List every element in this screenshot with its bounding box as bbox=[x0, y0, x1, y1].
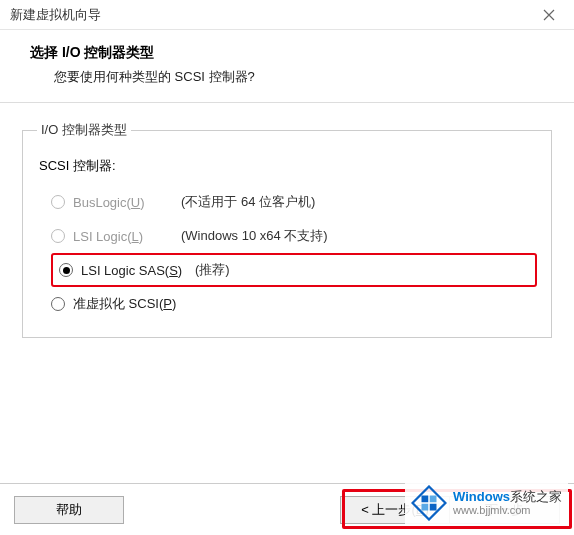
close-icon bbox=[543, 9, 555, 21]
option-lsilogic-sas[interactable]: LSI Logic SAS(S) (推荐) bbox=[59, 261, 230, 279]
option-lsilogic-sas-highlight: LSI Logic SAS(S) (推荐) bbox=[51, 253, 537, 287]
wizard-content: I/O 控制器类型 SCSI 控制器: BusLogic(U) (不适用于 64… bbox=[0, 103, 574, 348]
help-button[interactable]: 帮助 bbox=[14, 496, 124, 524]
option-label: 准虚拟化 SCSI(P) bbox=[73, 295, 176, 313]
radio-icon bbox=[59, 263, 73, 277]
svg-rect-1 bbox=[422, 496, 429, 503]
titlebar: 新建虚拟机向导 bbox=[0, 0, 574, 30]
option-hint: (Windows 10 x64 不支持) bbox=[181, 227, 328, 245]
svg-rect-3 bbox=[422, 504, 429, 511]
io-controller-group: I/O 控制器类型 SCSI 控制器: BusLogic(U) (不适用于 64… bbox=[22, 121, 552, 338]
option-buslogic[interactable]: BusLogic(U) (不适用于 64 位客户机) bbox=[51, 185, 537, 219]
svg-marker-0 bbox=[413, 487, 446, 520]
svg-rect-2 bbox=[430, 496, 437, 503]
wizard-header: 选择 I/O 控制器类型 您要使用何种类型的 SCSI 控制器? bbox=[0, 30, 574, 103]
option-label: LSI Logic SAS(S) bbox=[81, 263, 182, 278]
option-lsilogic[interactable]: LSI Logic(L) (Windows 10 x64 不支持) bbox=[51, 219, 537, 253]
page-subtitle: 您要使用何种类型的 SCSI 控制器? bbox=[30, 68, 550, 86]
radio-icon bbox=[51, 195, 65, 209]
option-hint: (不适用于 64 位客户机) bbox=[181, 193, 315, 211]
windows-logo-icon bbox=[411, 485, 447, 521]
option-paravirtual-scsi[interactable]: 准虚拟化 SCSI(P) bbox=[51, 287, 537, 321]
group-legend: I/O 控制器类型 bbox=[37, 121, 131, 139]
scsi-options: BusLogic(U) (不适用于 64 位客户机) LSI Logic(L) … bbox=[37, 185, 537, 321]
radio-icon bbox=[51, 229, 65, 243]
option-label: BusLogic(U) bbox=[73, 195, 145, 210]
window-title: 新建虚拟机向导 bbox=[10, 6, 534, 24]
watermark: Windows系统之家 www.bjjmlv.com bbox=[405, 481, 568, 525]
watermark-text: Windows系统之家 www.bjjmlv.com bbox=[453, 490, 562, 516]
scsi-controller-label: SCSI 控制器: bbox=[39, 157, 537, 175]
radio-icon bbox=[51, 297, 65, 311]
page-title: 选择 I/O 控制器类型 bbox=[30, 44, 550, 62]
svg-rect-4 bbox=[430, 504, 437, 511]
option-hint: (推荐) bbox=[195, 261, 230, 279]
option-label: LSI Logic(L) bbox=[73, 229, 143, 244]
close-button[interactable] bbox=[534, 0, 564, 30]
